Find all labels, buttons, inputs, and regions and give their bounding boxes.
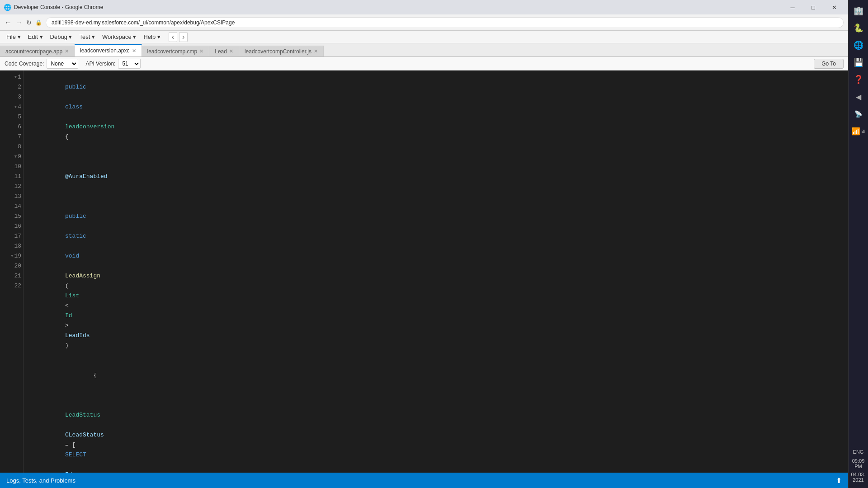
line-num-6: 6 <box>0 122 23 132</box>
line-num-4: ▼4 <box>0 102 23 112</box>
line-numbers: ▼1 2 3 ▼4 5 6 7 8 ▼9 10 11 12 13 14 15 1… <box>0 70 24 473</box>
tab-label: leadcovertcomp.cmp <box>147 48 198 55</box>
tab-label: leadcovertcompController.js <box>245 48 311 55</box>
api-select[interactable]: 51 <box>118 59 141 69</box>
close-button[interactable]: ✕ <box>824 0 844 14</box>
tray-icon-collapse[interactable]: ◀ <box>851 89 866 104</box>
tab-close[interactable]: ✕ <box>65 48 69 54</box>
line-num-16: 16 <box>0 221 23 231</box>
line-num-19: ▼19 <box>0 251 23 261</box>
window-title: Developer Console - Google Chrome <box>14 4 782 10</box>
tray-date: 04-03-2021 <box>849 472 868 484</box>
line-num-21: 21 <box>0 271 23 281</box>
url-input[interactable] <box>46 17 844 28</box>
api-label: API Version: <box>85 61 115 67</box>
tray-icon-chrome[interactable]: 🌐 <box>851 38 866 52</box>
tray-icon-database[interactable]: 💾 <box>851 55 866 70</box>
tray-icon-store[interactable]: 🏢 <box>851 4 866 18</box>
back-button[interactable]: ← <box>5 19 12 27</box>
menu-help[interactable]: Help ▾ <box>140 32 164 42</box>
browser-icon: 🌐 <box>4 4 11 11</box>
line-num-13: 13 <box>0 192 23 202</box>
menu-edit[interactable]: Edit ▾ <box>24 32 47 42</box>
line-num-15: 15 <box>0 211 23 221</box>
line-num-20: 20 <box>0 261 23 271</box>
tab-lead[interactable]: Lead ✕ <box>209 46 239 56</box>
system-tray: 🏢 🐍 🌐 💾 ❓ ◀ 📡 📶🖥 ENG 09:09 PM 04-03-2021 <box>848 0 868 488</box>
menu-debug[interactable]: Debug ▾ <box>47 32 76 42</box>
reload-button[interactable]: ↻ <box>26 19 32 26</box>
bottom-label: Logs, Tests, and Problems <box>6 477 75 484</box>
code-content[interactable]: public class leadconversion { @AuraEnabl… <box>24 70 848 473</box>
tray-icon-extra[interactable]: 📶🖥 <box>851 124 866 138</box>
tab-close[interactable]: ✕ <box>229 48 233 54</box>
menu-file[interactable]: File ▾ <box>3 32 24 42</box>
line-num-2: 2 <box>0 82 23 92</box>
editor-toolbar: Code Coverage: None API Version: 51 Go T… <box>0 57 848 70</box>
menu-workspace[interactable]: Workspace ▾ <box>99 32 140 42</box>
nav-back[interactable]: ‹ <box>169 32 177 42</box>
code-line-4: { <box>28 361 848 390</box>
tab-leadcovertcompcontroller[interactable]: leadcovertcompController.js ✕ <box>239 46 324 56</box>
menu-bar: File ▾ Edit ▾ Debug ▾ Test ▾ Workspace ▾… <box>0 31 848 43</box>
tab-label: accountrecordpage.app <box>5 48 62 55</box>
line-num-12: 12 <box>0 182 23 192</box>
tray-icon-python[interactable]: 🐍 <box>851 21 866 35</box>
line-num-14: 14 <box>0 202 23 211</box>
line-num-11: 11 <box>0 172 23 182</box>
coverage-label: Code Coverage: <box>5 61 44 67</box>
menu-test[interactable]: Test ▾ <box>76 32 99 42</box>
minimize-button[interactable]: ─ <box>782 0 803 14</box>
tab-accountrecordpage[interactable]: accountrecordpage.app ✕ <box>0 46 75 56</box>
tab-label: Lead <box>215 48 227 55</box>
tray-icon-signal[interactable]: 📡 <box>851 107 866 121</box>
line-num-17: 17 <box>0 231 23 241</box>
line-num-9: ▼9 <box>0 152 23 162</box>
lock-icon: 🔒 <box>35 19 42 26</box>
tab-close[interactable]: ✕ <box>199 48 203 54</box>
tray-lang: ENG <box>853 449 864 455</box>
tab-label-active: leadconversion.apxc <box>80 47 129 54</box>
nav-forward[interactable]: › <box>179 32 188 42</box>
bottom-bar[interactable]: Logs, Tests, and Problems ⬆ <box>0 473 848 488</box>
tab-leadcovertcomp[interactable]: leadcovertcomp.cmp ✕ <box>142 46 210 56</box>
tab-close-active[interactable]: ✕ <box>132 48 136 54</box>
tab-leadconversion[interactable]: leadconversion.apxc ✕ <box>75 44 142 56</box>
tray-time: 09:09 PM <box>849 458 868 469</box>
forward-button[interactable]: → <box>15 19 23 27</box>
code-line-3: public static void LeadAssign ( List < I… <box>28 192 848 361</box>
code-line-1: public class leadconversion { <box>28 72 848 152</box>
line-num-1: ▼1 <box>0 72 23 82</box>
goto-button[interactable]: Go To <box>814 59 844 69</box>
title-bar: 🌐 Developer Console - Google Chrome ─ □ … <box>0 0 848 14</box>
editor-area: ▼1 2 3 ▼4 5 6 7 8 ▼9 10 11 12 13 14 15 1… <box>0 70 848 473</box>
line-num-5: 5 <box>0 112 23 122</box>
tray-icon-help[interactable]: ❓ <box>851 72 866 87</box>
expand-icon[interactable]: ⬆ <box>836 476 842 485</box>
line-num-3: 3 <box>0 92 23 102</box>
tabs-bar: accountrecordpage.app ✕ leadconversion.a… <box>0 43 848 57</box>
line-num-8: 8 <box>0 142 23 152</box>
line-num-10: 10 <box>0 162 23 172</box>
line-num-7: 7 <box>0 132 23 142</box>
line-num-18: 18 <box>0 241 23 251</box>
line-num-22: 22 <box>0 281 23 291</box>
code-line-5: LeadStatus CLeadStatus = [ SELECT Id , M… <box>28 390 848 473</box>
code-line-2: @AuraEnabled <box>28 152 848 192</box>
tab-close[interactable]: ✕ <box>314 48 318 54</box>
coverage-select[interactable]: None <box>47 59 78 69</box>
address-bar: ← → ↻ 🔒 <box>0 14 848 31</box>
maximize-button[interactable]: □ <box>803 0 824 14</box>
